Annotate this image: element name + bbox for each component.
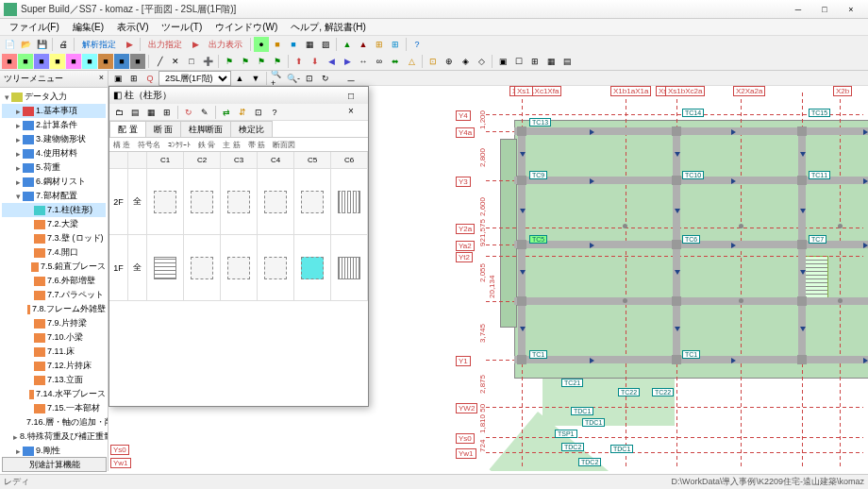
maximize-button[interactable]: □	[811, 2, 838, 17]
tb2-f2-icon[interactable]: ⚑	[238, 54, 253, 69]
ct-dn-icon[interactable]: ▼	[248, 71, 263, 86]
tb2-add-icon[interactable]: ➕	[200, 54, 215, 69]
menu-view[interactable]: 表示(V)	[111, 19, 154, 36]
tree-item-15[interactable]: 7.9.片持梁	[2, 316, 106, 330]
floor-selector[interactable]: 2SL層(1F階)	[159, 71, 231, 86]
tb-a3-icon[interactable]: ⊞	[372, 37, 387, 52]
tb-run-icon[interactable]: ▶	[122, 37, 137, 52]
tree-panel[interactable]: ツリーメニュー× ▾データ入力▸1.基本事項▸2.計算条件▸3.建物物形状▸4.…	[0, 71, 108, 471]
tb2-s5-icon[interactable]: ↔	[356, 54, 371, 69]
tree-item-11[interactable]: 7.5.鉛直ブレース	[2, 260, 106, 274]
tb2-2-icon[interactable]: ■	[18, 54, 33, 69]
tree-item-12[interactable]: 7.6.外部増壁	[2, 274, 106, 288]
cw-1f-c2[interactable]	[184, 235, 221, 301]
menu-window[interactable]: ウインドウ(W)	[209, 19, 283, 36]
ct-zin-icon[interactable]: 🔍+	[270, 71, 285, 86]
tb2-c4-icon[interactable]: ◇	[474, 54, 489, 69]
tb2-s1-icon[interactable]: ⬆	[292, 54, 307, 69]
tb2-8-icon[interactable]: ■	[114, 54, 129, 69]
tree-item-22[interactable]: 7.16.層・軸の追加・削除	[2, 415, 106, 430]
cw-2f-c3[interactable]	[221, 169, 258, 235]
tb2-9-icon[interactable]: ■	[130, 54, 145, 69]
tb-outrun-icon[interactable]: ▶	[188, 37, 203, 52]
cwt-6-icon[interactable]: ✎	[197, 105, 212, 120]
tb-analysis-label[interactable]: 解析指定	[77, 37, 121, 52]
tb-g4-icon[interactable]: ▦	[302, 37, 317, 52]
tree-item-17[interactable]: 7.11.床	[2, 345, 106, 359]
cw-max-icon[interactable]: □	[338, 88, 364, 103]
cw-1f-c6[interactable]	[331, 235, 368, 301]
tb2-f3-icon[interactable]: ⚑	[254, 54, 269, 69]
tb-output-label[interactable]: 出力指定	[143, 37, 187, 52]
tb2-s3-icon[interactable]: ◀	[324, 54, 339, 69]
tree-item-10[interactable]: 7.4.開口	[2, 245, 106, 260]
tb-g2-icon[interactable]: ■	[270, 37, 285, 52]
cw-tab-ratio[interactable]: 検定比	[230, 121, 273, 137]
canvas-area[interactable]: ▣ ⊞ Q 2SL層(1F階) ▲ ▼ 🔍+ 🔍- ⊡ ↻ ◧ 柱（柱形） ─□…	[108, 71, 868, 471]
tb2-3-icon[interactable]: ■	[34, 54, 49, 69]
tb-print-icon[interactable]: 🖨	[56, 37, 71, 52]
cwt-1-icon[interactable]: 🗀	[111, 105, 126, 120]
tb2-1-icon[interactable]: ■	[2, 54, 17, 69]
cw-2f-c2[interactable]	[184, 169, 221, 235]
cwt-3-icon[interactable]: ▦	[143, 105, 159, 120]
tree-item-9[interactable]: 7.3.壁 (ロッド)	[2, 231, 106, 245]
tb-a1-icon[interactable]: ▲	[340, 37, 355, 52]
cw-col-c5[interactable]: C5	[294, 152, 331, 169]
close-button[interactable]: ×	[838, 2, 864, 17]
cw-row-2f[interactable]: 2F	[109, 169, 128, 235]
cw-1f-c3[interactable]	[221, 235, 258, 301]
cw-col-c2[interactable]: C2	[184, 152, 221, 169]
cw-col-c1[interactable]: C1	[147, 152, 184, 169]
tb-g5-icon[interactable]: ▨	[318, 37, 333, 52]
tb2-s7-icon[interactable]: ⬌	[388, 54, 403, 69]
cwt-10-icon[interactable]: ?	[267, 105, 282, 120]
tree-item-14[interactable]: 7.8.フレーム外雑壁	[2, 302, 106, 316]
ct-1-icon[interactable]: ▣	[110, 71, 125, 86]
tb2-c1-icon[interactable]: ⊡	[426, 54, 441, 69]
tb-outshow-label[interactable]: 出力表示	[204, 37, 247, 52]
tb-a2-icon[interactable]: ▲	[356, 37, 371, 52]
ct-zout-icon[interactable]: 🔍-	[286, 71, 301, 86]
tb2-box-icon[interactable]: □	[184, 54, 199, 69]
cw-tab-layout[interactable]: 配 置	[109, 121, 146, 137]
cw-row-1f[interactable]: 1F	[109, 235, 128, 301]
tree-item-21[interactable]: 7.15.一本部材	[2, 401, 106, 415]
tb2-s2-icon[interactable]: ⬇	[308, 54, 323, 69]
tb2-v5-icon[interactable]: ▤	[559, 54, 575, 69]
tree-item-8[interactable]: 7.2.大梁	[2, 217, 106, 231]
tree-item-4[interactable]: ▸5.荷重	[2, 160, 106, 175]
ct-2-icon[interactable]: ⊞	[126, 71, 142, 86]
cw-2f-c6[interactable]	[331, 169, 368, 235]
tree-item-18[interactable]: 7.12.片持床	[2, 359, 106, 373]
cw-1f-c5[interactable]	[294, 235, 331, 301]
tb2-f1-icon[interactable]: ⚑	[222, 54, 237, 69]
cw-1f-c4[interactable]	[258, 235, 294, 301]
tree-item-0[interactable]: ▸1.基本事項	[2, 104, 106, 118]
menu-tool[interactable]: ツール(T)	[156, 19, 208, 36]
tree-item-1[interactable]: ▸2.計算条件	[2, 118, 106, 132]
cw-col-c4[interactable]: C4	[258, 152, 294, 169]
tb2-4-icon[interactable]: ■	[50, 54, 65, 69]
tb2-5-icon[interactable]: ■	[66, 54, 81, 69]
ct-fit-icon[interactable]: ⊡	[302, 71, 317, 86]
tree-item-7[interactable]: 7.1.柱(柱形)	[2, 203, 106, 217]
floor-plan-drawing[interactable]: X1Xs1Xc1Xfa Xs1BXc2 X1A2a X2b X3a X4 Xs1…	[373, 86, 868, 471]
tree-item-3[interactable]: ▸4.使用材料	[2, 146, 106, 160]
minimize-button[interactable]: ─	[785, 2, 811, 17]
menu-edit[interactable]: 編集(E)	[67, 19, 109, 36]
cw-2f-c5[interactable]	[294, 169, 331, 235]
menu-file[interactable]: ファイル(F)	[4, 19, 65, 36]
tb2-c3-icon[interactable]: ◈	[458, 54, 473, 69]
cwt-9-icon[interactable]: ⊡	[251, 105, 266, 120]
menu-help[interactable]: ヘルプ, 解説書(H)	[285, 19, 371, 36]
tb2-cross-icon[interactable]: ✕	[168, 54, 183, 69]
tb2-v1-icon[interactable]: ▣	[495, 54, 510, 69]
tree-item-23[interactable]: ▸8.特殊荷重及び補正重量	[2, 430, 106, 444]
tb2-7-icon[interactable]: ■	[98, 54, 113, 69]
cw-tab-base[interactable]: 柱脚断面	[180, 121, 231, 137]
cw-col-c6[interactable]: C6	[331, 152, 368, 169]
tree-close-icon[interactable]: ×	[99, 73, 104, 85]
tb2-line-icon[interactable]: ╱	[152, 54, 167, 69]
cw-col-c3[interactable]: C3	[221, 152, 258, 169]
